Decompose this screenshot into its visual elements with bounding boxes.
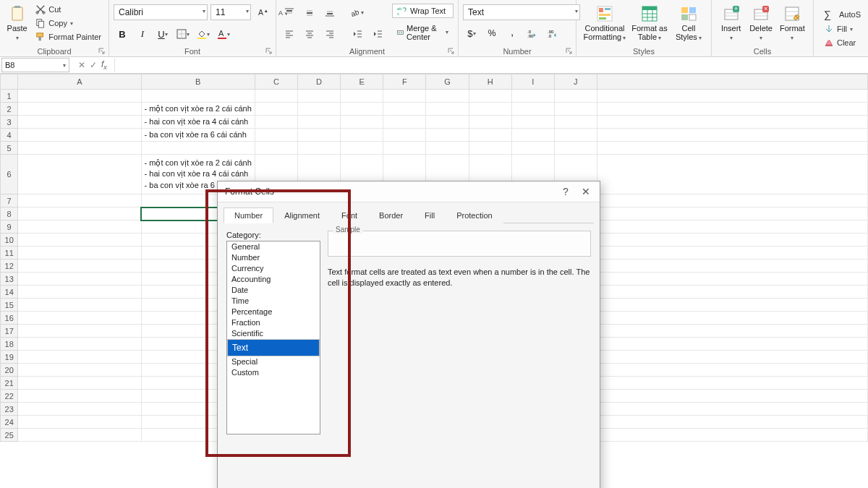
- category-item[interactable]: Fraction: [227, 317, 320, 328]
- row-header[interactable]: 25: [1, 429, 18, 442]
- row-header[interactable]: 7: [1, 194, 18, 207]
- cell[interactable]: [426, 129, 469, 142]
- autosum-button[interactable]: ∑ AutoS: [821, 8, 864, 21]
- align-right-icon[interactable]: [321, 25, 339, 43]
- close-icon[interactable]: ✕: [579, 186, 592, 197]
- paste-button[interactable]: Paste▾: [4, 1, 30, 45]
- cell[interactable]: [18, 338, 141, 351]
- font-size-select[interactable]: 11▾: [210, 4, 251, 20]
- cell[interactable]: [18, 416, 141, 429]
- cell[interactable]: [18, 142, 141, 155]
- cell[interactable]: [18, 260, 141, 273]
- row-header[interactable]: 17: [1, 325, 18, 338]
- cell[interactable]: [18, 325, 141, 338]
- cell[interactable]: [426, 90, 469, 103]
- tab-protection[interactable]: Protection: [446, 207, 503, 223]
- cell[interactable]: [297, 116, 340, 129]
- cell[interactable]: [511, 90, 554, 103]
- cell[interactable]: [297, 103, 340, 116]
- col-header[interactable]: J: [554, 74, 597, 90]
- cell[interactable]: [297, 142, 340, 155]
- dialog-launcher-icon[interactable]: [566, 48, 573, 55]
- row-header[interactable]: 16: [1, 312, 18, 325]
- bold-button[interactable]: B: [114, 25, 131, 43]
- cell[interactable]: [383, 103, 426, 116]
- cell[interactable]: [18, 351, 141, 364]
- format-cells-button[interactable]: Format▾: [776, 1, 809, 45]
- format-painter-button[interactable]: Format Painter: [33, 31, 104, 43]
- row-header[interactable]: 4: [1, 129, 18, 142]
- cell[interactable]: [383, 116, 426, 129]
- delete-cells-button[interactable]: ×Delete▾: [746, 1, 775, 45]
- tab-font[interactable]: Font: [331, 207, 368, 223]
- cell[interactable]: [341, 90, 383, 103]
- row-header[interactable]: 9: [1, 221, 18, 234]
- cell[interactable]: [18, 299, 141, 312]
- number-format-select[interactable]: Text▾: [463, 4, 580, 20]
- cell[interactable]: [383, 129, 426, 142]
- category-item[interactable]: Date: [227, 285, 320, 296]
- cell[interactable]: [255, 129, 297, 142]
- col-header[interactable]: D: [297, 74, 340, 90]
- row-header[interactable]: 6: [1, 155, 18, 194]
- clear-button[interactable]: Clear: [821, 37, 864, 48]
- decrease-decimal-icon[interactable]: .00.0: [544, 25, 561, 42]
- wrap-text-button[interactable]: abcWrap Text: [392, 4, 454, 18]
- dialog-titlebar[interactable]: Format Cells ? ✕: [218, 181, 600, 202]
- conditional-formatting-button[interactable]: Conditional Formatting ▾: [581, 1, 629, 45]
- row-header[interactable]: 19: [1, 351, 18, 364]
- cell[interactable]: [469, 142, 511, 155]
- cell[interactable]: [297, 90, 340, 103]
- increase-font-icon[interactable]: A▲: [254, 4, 271, 21]
- cell[interactable]: - ba con vịt xòe ra 6 cái cánh: [141, 129, 255, 142]
- cut-button[interactable]: Cut: [33, 4, 104, 15]
- row-header[interactable]: 23: [1, 403, 18, 416]
- increase-decimal-icon[interactable]: .0.00: [524, 25, 541, 42]
- category-item[interactable]: Percentage: [227, 307, 320, 317]
- cell[interactable]: [141, 90, 255, 103]
- col-header[interactable]: F: [383, 74, 426, 90]
- font-name-select[interactable]: Calibri▾: [114, 4, 208, 20]
- comma-format-icon[interactable]: ,: [503, 25, 521, 42]
- row-header[interactable]: 2: [1, 103, 18, 116]
- fill-color-button[interactable]: ▾: [195, 25, 212, 43]
- cell[interactable]: [18, 273, 141, 286]
- cell[interactable]: [255, 90, 297, 103]
- cell[interactable]: [255, 142, 297, 155]
- cell[interactable]: [18, 286, 141, 299]
- decrease-indent-icon[interactable]: [349, 25, 366, 43]
- help-icon[interactable]: ?: [559, 186, 572, 197]
- cell[interactable]: [18, 155, 141, 194]
- cell[interactable]: [18, 390, 141, 403]
- cell[interactable]: [255, 103, 297, 116]
- category-item[interactable]: Scientific: [227, 328, 320, 339]
- cell[interactable]: [255, 116, 297, 129]
- cell[interactable]: [18, 194, 141, 207]
- category-list[interactable]: GeneralNumberCurrencyAccountingDateTimeP…: [226, 241, 320, 435]
- cell[interactable]: [554, 103, 597, 116]
- cell[interactable]: [18, 116, 141, 129]
- fx-icon[interactable]: fx: [101, 59, 107, 71]
- cell[interactable]: [18, 221, 141, 234]
- orientation-icon[interactable]: ab▾: [349, 4, 366, 21]
- cell-styles-button[interactable]: Cell Styles ▾: [671, 1, 707, 45]
- category-item[interactable]: Text: [227, 339, 320, 356]
- cell[interactable]: [297, 129, 340, 142]
- merge-center-button[interactable]: Merge & Center ▾: [392, 22, 454, 43]
- cell[interactable]: [18, 312, 141, 325]
- copy-button[interactable]: Copy ▾: [33, 17, 104, 29]
- cell[interactable]: [341, 103, 383, 116]
- cell[interactable]: [341, 129, 383, 142]
- cell[interactable]: [511, 103, 554, 116]
- cell[interactable]: [426, 142, 469, 155]
- row-header[interactable]: 5: [1, 142, 18, 155]
- cell[interactable]: [469, 116, 511, 129]
- fill-button[interactable]: Fill▾: [821, 23, 864, 35]
- row-header[interactable]: 24: [1, 416, 18, 429]
- col-header[interactable]: I: [511, 74, 554, 90]
- dialog-launcher-icon[interactable]: [265, 48, 273, 55]
- category-item[interactable]: Currency: [227, 263, 320, 274]
- category-item[interactable]: Special: [227, 356, 320, 367]
- col-header[interactable]: B: [141, 74, 255, 90]
- increase-indent-icon[interactable]: [369, 25, 386, 43]
